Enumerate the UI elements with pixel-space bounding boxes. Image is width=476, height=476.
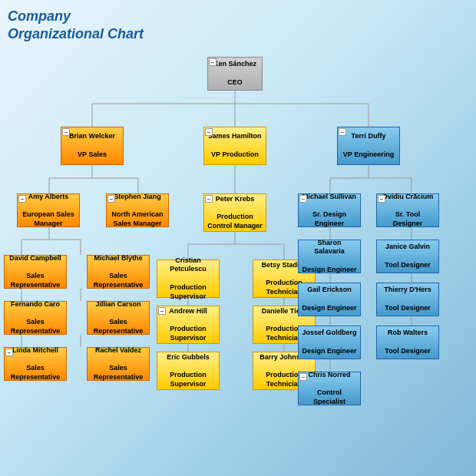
sharon-title: Design Engineer [302,266,356,275]
amy-name: Amy Alberts [28,193,69,202]
jillian-name: Jillian Carson [95,300,140,309]
vp-engineering-name: Terri Duffy [352,132,386,141]
thierry-name: Thierry D'Hers [384,286,431,295]
ceo-node[interactable]: − Ken Sánchez CEO [207,57,263,91]
amy-title: European Sales Manager [21,210,76,228]
janice-title: Tool Designer [385,261,430,270]
stephen-title: North American Sales Manager [110,210,165,228]
amy-collapse[interactable]: − [18,195,26,203]
ceo-name: Ken Sánchez [213,60,256,69]
fernando-node[interactable]: Fernando Caro Sales Representative [4,301,67,335]
jillian-node[interactable]: Jillian Carson Sales Representative [87,301,150,335]
andrew-collapse[interactable]: − [158,307,166,315]
jossef-name: Jossef Goldberg [302,329,356,338]
fernando-name: Fernando Caro [11,300,60,309]
rachel-node[interactable]: Rachel Valdez Sales Representative [87,347,150,381]
david-title: Sales Representative [8,272,63,289]
cristian-name: Cristian Petculescu [160,256,216,274]
linda-node[interactable]: − Linda Mitchell Sales Representative [4,347,67,381]
vp-engineering-node[interactable]: − Terri Duffy VP Engineering [337,127,400,165]
janice-node[interactable]: Janice Galvin Tool Designer [376,240,439,273]
ovidiu-name: Ovidiu Crăcium [382,193,434,202]
andrew-node[interactable]: − Andrew Hill Production Supervisor [157,306,220,344]
vp-sales-name: Brian Welcker [69,132,115,141]
chris-collapse[interactable]: − [299,373,307,381]
michael-s-collapse[interactable]: − [299,195,307,203]
chris-name: Chris Norred [308,371,350,380]
chart-title: Company Organizational Chart [8,8,144,44]
gail-name: Gail Erickson [307,286,352,295]
michael-b-title: Sales Representative [91,272,146,289]
stephen-collapse[interactable]: − [107,195,115,203]
sharon-name: Sharon Salavaria [302,239,357,256]
gail-node[interactable]: Gail Erickson Design Engineer [298,283,361,316]
david-name: David Campbell [9,254,61,263]
stephen-node[interactable]: − Stephen Jiang North American Sales Man… [106,193,169,227]
jillian-title: Sales Representative [91,318,146,336]
fernando-title: Sales Representative [8,318,63,336]
ovidiu-title: Sr. Tool Designer [380,210,435,228]
andrew-name: Andrew Hill [169,307,207,316]
vp-sales-title: VP Sales [78,150,107,160]
linda-collapse[interactable]: − [5,349,13,356]
david-node[interactable]: David Campbell Sales Representative [4,255,67,289]
vp-sales-collapse[interactable]: − [62,128,70,136]
rob-name: Rob Walters [388,329,428,338]
stephen-name: Stephen Jiang [114,193,161,202]
chris-node[interactable]: − Chris Norred Control Specialist [298,372,361,405]
chris-title: Control Specialist [302,388,357,406]
andrew-title: Production Supervisor [160,325,216,342]
thierry-title: Tool Designer [385,304,430,313]
sharon-node[interactable]: Sharon Salavaria Design Engineer [298,240,361,273]
linda-title: Sales Representative [8,364,63,382]
vp-production-node[interactable]: − James Hamilton VP Production [203,127,266,165]
ceo-collapse[interactable]: − [209,58,217,66]
peter-title: Production Control Manager [207,213,263,230]
peter-name: Peter Krebs [216,195,255,204]
linda-name: Linda Mitchell [12,346,58,355]
michael-s-name: Michael Sullivan [302,193,356,202]
ovidiu-node[interactable]: − Ovidiu Crăcium Sr. Tool Designer [376,193,439,227]
rob-node[interactable]: Rob Walters Tool Designer [376,326,439,359]
michael-s-node[interactable]: − Michael Sullivan Sr. Design Engineer [298,193,361,227]
eric-node[interactable]: Eric Gubbels Production Supervisor [157,352,220,390]
vp-sales-node[interactable]: − Brian Welcker VP Sales [61,127,124,165]
vp-production-name: James Hamilton [208,132,261,141]
peter-collapse[interactable]: − [205,195,213,203]
jossef-title: Design Engineer [302,347,356,356]
rob-title: Tool Designer [385,347,430,356]
peter-node[interactable]: − Peter Krebs Production Control Manager [203,193,266,232]
michael-s-title: Sr. Design Engineer [302,210,357,228]
michael-b-node[interactable]: Michael Blythe Sales Representative [87,255,150,289]
michael-b-name: Michael Blythe [94,254,142,263]
gail-title: Design Engineer [302,304,356,313]
eric-name: Eric Gubbels [167,353,210,362]
cristian-node[interactable]: Cristian Petculescu Production Superviso… [157,259,220,298]
ceo-title: CEO [227,78,243,88]
eric-title: Production Supervisor [160,371,216,388]
cristian-title: Production Supervisor [160,283,216,301]
rachel-name: Rachel Valdez [95,346,141,355]
rachel-title: Sales Representative [91,364,146,382]
thierry-node[interactable]: Thierry D'Hers Tool Designer [376,283,439,316]
amy-node[interactable]: − Amy Alberts European Sales Manager [17,193,80,227]
jossef-node[interactable]: Jossef Goldberg Design Engineer [298,326,361,359]
vp-engineering-title: VP Engineering [343,150,394,160]
janice-name: Janice Galvin [385,243,430,252]
vp-production-collapse[interactable]: − [205,128,213,136]
vp-engineering-collapse[interactable]: − [339,128,346,136]
ovidiu-collapse[interactable]: − [378,195,385,203]
vp-production-title: VP Production [211,150,259,160]
